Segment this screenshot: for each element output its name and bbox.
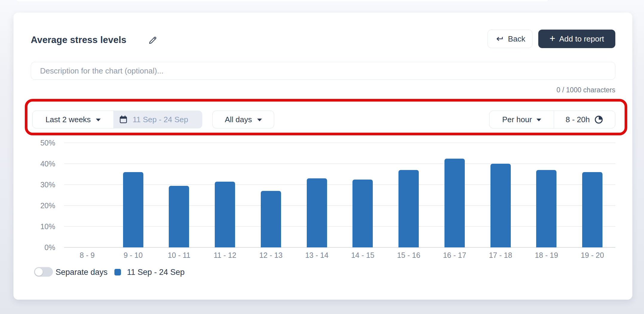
bar-chart: 0%10%20%30%40%50% 8 - 99 - 1010 - 1111 -… xyxy=(13,143,632,265)
add-to-report-label: Add to report xyxy=(559,34,604,44)
bar xyxy=(490,164,511,247)
chart-builder-card: Average stress levels Back + Add to repo… xyxy=(13,13,632,300)
bar-slot xyxy=(340,143,386,247)
granularity-label: Per hour xyxy=(502,115,532,124)
bar xyxy=(352,180,373,248)
bars-row xyxy=(64,143,615,247)
x-tick-label: 11 - 12 xyxy=(202,251,248,260)
hours-range-label: 8 - 20h xyxy=(566,115,590,124)
back-button[interactable]: Back xyxy=(487,30,533,48)
edit-title-icon[interactable] xyxy=(148,35,158,45)
y-tick-label: 10% xyxy=(22,222,55,231)
bar-slot xyxy=(110,143,156,247)
bar-slot xyxy=(386,143,432,247)
x-axis: 8 - 99 - 1010 - 1111 - 1212 - 1313 - 141… xyxy=(64,251,615,260)
x-tick-label: 8 - 9 xyxy=(64,251,110,260)
bar xyxy=(169,186,189,248)
x-tick-label: 16 - 17 xyxy=(432,251,478,260)
time-range-dropdown[interactable]: Last 2 weeks xyxy=(32,111,114,128)
page-title: Average stress levels xyxy=(31,35,126,45)
bar-slot xyxy=(569,143,615,247)
calendar-icon xyxy=(119,115,128,124)
x-tick-label: 19 - 20 xyxy=(569,251,615,260)
bar xyxy=(536,170,556,247)
bar xyxy=(261,191,281,247)
bar-slot xyxy=(478,143,524,247)
bar-slot xyxy=(248,143,294,247)
bar-slot xyxy=(202,143,248,247)
description-input[interactable] xyxy=(31,62,615,80)
bar xyxy=(215,182,235,248)
x-tick-label: 14 - 15 xyxy=(340,251,386,260)
toggle-knob xyxy=(35,268,43,276)
chevron-down-icon xyxy=(257,119,262,121)
back-arrow-icon xyxy=(495,34,504,43)
y-tick-label: 20% xyxy=(22,201,55,210)
days-dropdown[interactable]: All days xyxy=(212,111,274,128)
add-to-report-button[interactable]: + Add to report xyxy=(538,30,615,48)
back-button-label: Back xyxy=(508,34,525,44)
bar-slot xyxy=(294,143,340,247)
x-tick-label: 9 - 10 xyxy=(110,251,156,260)
bar xyxy=(307,178,327,247)
hours-range-picker[interactable]: 8 - 20h xyxy=(554,111,615,128)
x-tick-label: 15 - 16 xyxy=(386,251,432,260)
x-tick-label: 10 - 11 xyxy=(156,251,202,260)
bar-slot xyxy=(432,143,478,247)
plus-icon: + xyxy=(550,33,555,43)
separate-days-label: Separate days xyxy=(56,268,108,277)
y-tick-label: 0% xyxy=(22,243,55,252)
char-counter: 0 / 1000 characters xyxy=(556,86,615,94)
y-tick-label: 40% xyxy=(22,160,55,168)
bar-slot xyxy=(156,143,202,247)
chevron-down-icon xyxy=(536,119,541,121)
bar xyxy=(444,159,465,248)
days-label: All days xyxy=(225,115,252,124)
legend-label: 11 Sep - 24 Sep xyxy=(127,268,185,277)
chevron-down-icon xyxy=(96,119,101,121)
bar xyxy=(398,170,419,247)
y-axis: 0%10%20%30%40%50% xyxy=(22,143,55,247)
x-tick-label: 17 - 18 xyxy=(478,251,524,260)
bar xyxy=(123,172,143,247)
separate-days-toggle[interactable] xyxy=(34,267,53,277)
clock-pie-icon xyxy=(594,115,603,124)
bar-slot xyxy=(524,143,570,247)
x-tick-label: 12 - 13 xyxy=(248,251,294,260)
chart-plot xyxy=(64,143,615,247)
previous-card-edge xyxy=(17,0,548,1)
date-range-picker[interactable]: 11 Sep - 24 Sep xyxy=(114,111,202,128)
time-range-label: Last 2 weeks xyxy=(45,115,91,124)
bar xyxy=(582,172,602,247)
date-range-label: 11 Sep - 24 Sep xyxy=(133,115,188,124)
granularity-dropdown[interactable]: Per hour xyxy=(490,111,554,128)
y-tick-label: 50% xyxy=(22,139,55,147)
bar-slot xyxy=(64,143,110,247)
x-tick-label: 18 - 19 xyxy=(524,251,570,260)
time-range-filter: Last 2 weeks 11 Sep - 24 Sep xyxy=(32,111,202,128)
hours-filter-group: Per hour 8 - 20h xyxy=(489,111,615,128)
x-tick-label: 13 - 14 xyxy=(294,251,340,260)
y-tick-label: 30% xyxy=(22,180,55,189)
legend-swatch xyxy=(114,269,121,275)
